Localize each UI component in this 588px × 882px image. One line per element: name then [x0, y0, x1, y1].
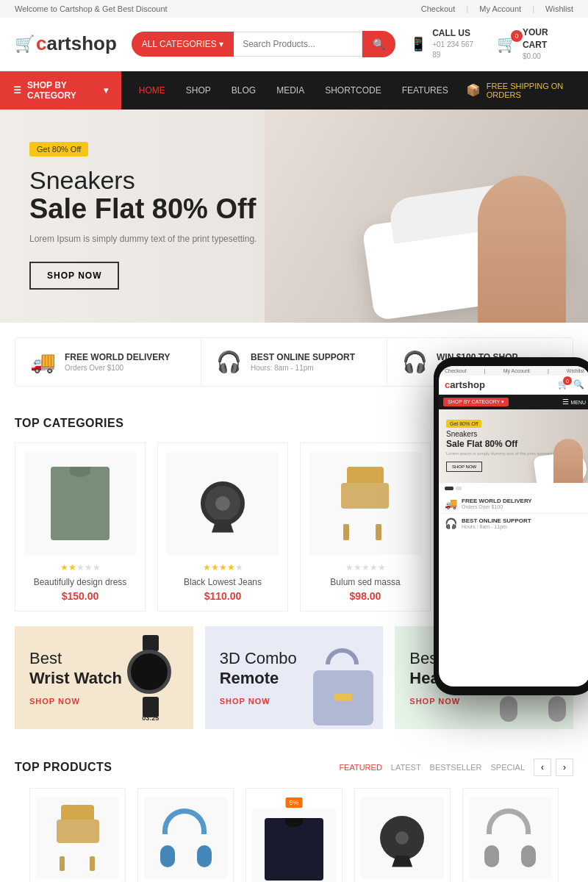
- product-stars: ★★★★★: [167, 562, 279, 573]
- top-bar-links: Checkout | My Account | Wishlist: [412, 4, 573, 13]
- categories-header: TOP CATEGORIES BOOKS NO: [15, 416, 573, 431]
- product-card-sm[interactable]: [29, 788, 126, 882]
- product-card-sm[interactable]: [137, 788, 234, 882]
- shop-by-category[interactable]: ☰ SHOP BY CATEGORY ▾: [0, 71, 121, 110]
- product-image-chair: [309, 452, 421, 555]
- next-arrow[interactable]: ›: [556, 759, 573, 776]
- tab-no[interactable]: NO: [562, 416, 574, 431]
- nav-shortcode[interactable]: SHORTCODE: [315, 76, 391, 104]
- hand-visual: [478, 176, 566, 323]
- search-button[interactable]: 🔍: [362, 31, 395, 57]
- checkout-link[interactable]: Checkout: [421, 4, 455, 13]
- filter-featured[interactable]: FEATURED: [339, 760, 381, 775]
- filter-bestseller[interactable]: BESTSELLER: [430, 760, 482, 775]
- product-image-tshirt: [452, 452, 564, 555]
- cart-logo-icon: 🛒: [15, 35, 35, 54]
- categories-tabs: BOOKS NO: [520, 416, 573, 431]
- nav-blog[interactable]: BLOG: [221, 76, 266, 104]
- support-icon: 🎧: [216, 350, 242, 374]
- product-price: $150.00: [24, 590, 136, 602]
- shipping-icon: 📦: [466, 83, 481, 97]
- delivery-icon: 🚚: [30, 350, 56, 374]
- category-dropdown[interactable]: ALL CATEGORIES ▾: [132, 32, 234, 57]
- hero-content: Get 80% Off Sneakers Sale Flat 80% Off L…: [29, 142, 257, 290]
- wishlist-link[interactable]: Wishlist: [545, 4, 573, 13]
- feature-delivery-sub: Orders Over $100: [65, 364, 171, 372]
- product-card-sm[interactable]: [354, 788, 451, 882]
- promo-watch: BestWrist Watch SHOP NOW 03:25: [15, 626, 193, 729]
- feature-delivery-title: FREE WORLD DELIVERY: [65, 352, 171, 362]
- promo-headphone: BestHeadphone SHOP NOW: [395, 626, 573, 729]
- chevron-down-icon: ▾: [104, 85, 108, 96]
- prev-arrow[interactable]: ‹: [534, 759, 551, 776]
- product-img-camera-ball: [361, 797, 444, 878]
- free-shipping-text: FREE SHIPPING ON ORDERS: [487, 82, 576, 99]
- phone-menu-icon: ☰ MENU: [562, 398, 586, 406]
- tab-books[interactable]: BOOKS: [520, 416, 549, 431]
- win-icon: 🎧: [402, 350, 428, 374]
- logo-c: c: [36, 32, 46, 55]
- product-stars: ★★★★★: [24, 562, 136, 573]
- filter-special[interactable]: SPECIAL: [491, 760, 525, 775]
- product-card-sm[interactable]: 5%: [245, 788, 342, 882]
- phone-icon: 📱: [410, 36, 426, 52]
- categories-products-grid: ★★★★★ Beautifully design dress $150.00 ★…: [15, 442, 573, 612]
- feature-support: 🎧 BEST ONLINE SUPPORT Hours: 8am - 11pm: [201, 338, 387, 386]
- nav-media[interactable]: MEDIA: [266, 76, 315, 104]
- filter-latest[interactable]: LATEST: [391, 760, 421, 775]
- my-account-link[interactable]: My Account: [479, 4, 521, 13]
- categories-title: TOP CATEGORIES: [15, 417, 123, 430]
- product-price: $98.00: [309, 590, 421, 602]
- phone-nav: SHOP BY CATEGORY ▾ ☰ MENU: [439, 395, 588, 409]
- cart-label: YOUR CART: [523, 26, 573, 51]
- top-bar: Welcome to Cartshop & Get Best Discount …: [0, 0, 588, 18]
- cart-badge: 0: [511, 30, 523, 42]
- free-shipping-banner: 📦 FREE SHIPPING ON ORDERS: [466, 82, 588, 99]
- feature-win-sub: Enter Now: [437, 364, 517, 372]
- feature-win-title: WIN $100 TO SHOP: [437, 352, 517, 362]
- hero-desc: Lorem Ipsum is simply dummy text of the …: [29, 234, 257, 244]
- product-img-headphone-gray: [469, 797, 552, 878]
- product-price: $110.00: [167, 590, 279, 602]
- product-img-shirt-dark: [252, 809, 335, 882]
- hero-cta-button[interactable]: SHOP NOW: [29, 262, 119, 290]
- feature-support-sub: Hours: 8am - 11pm: [251, 364, 355, 372]
- feature-win: 🎧 WIN $100 TO SHOP Enter Now: [387, 338, 573, 386]
- logo[interactable]: 🛒 cartshop: [15, 32, 117, 55]
- hero-image: [265, 110, 588, 323]
- product-card-sm[interactable]: [462, 788, 559, 882]
- hero-title: Sneakers Sale Flat 80% Off: [29, 167, 257, 225]
- headphone-visual: [496, 652, 570, 725]
- search-input[interactable]: [234, 32, 362, 57]
- nav-home[interactable]: HOME: [129, 76, 176, 104]
- cart-amount: $0.00: [523, 52, 541, 60]
- nav-bar: ☰ SHOP BY CATEGORY ▾ HOME SHOP BLOG MEDI…: [0, 71, 588, 110]
- phone-shop-cat: SHOP BY CATEGORY ▾: [443, 398, 509, 406]
- promo-banners: BestWrist Watch SHOP NOW 03:25 3D ComboR…: [15, 626, 573, 729]
- product-stars: ★★★★★: [452, 562, 564, 573]
- top-products-header: TOP PRODUCTS FEATURED LATEST BESTSELLER …: [15, 759, 573, 776]
- product-price: $80.00: [452, 590, 564, 602]
- nav-features[interactable]: FEATURES: [392, 76, 459, 104]
- hero-badge: Get 80% Off: [29, 142, 88, 157]
- features-strip: 🚚 FREE WORLD DELIVERY Orders Over $100 🎧…: [15, 337, 573, 387]
- top-categories-section: TOP CATEGORIES BOOKS NO ★★★★★ Beautifull…: [0, 401, 588, 626]
- product-image-shirt: [24, 452, 136, 555]
- logo-text: artshop: [46, 32, 116, 55]
- product-name: Bulum sed massa: [309, 577, 421, 587]
- cart-icon-wrap: 🛒 0: [497, 35, 517, 54]
- nav-arrows: ‹ ›: [534, 759, 573, 776]
- product-card[interactable]: ★★★★★ Black Lowest Jeans $110.00: [157, 442, 288, 612]
- product-name: Beautifully design dress: [24, 577, 136, 587]
- product-card[interactable]: ★★★★★ Cras eget d... $80.00: [442, 442, 573, 612]
- product-img-headphones-blue: [144, 797, 227, 878]
- shop-by-cat-label: SHOP BY CATEGORY: [27, 80, 98, 101]
- cart-area[interactable]: 🛒 0 YOUR CART $0.00: [497, 26, 573, 62]
- nav-links: HOME SHOP BLOG MEDIA SHORTCODE FEATURES: [121, 76, 466, 104]
- promo-bag: 3D ComboRemote SHOP NOW: [205, 626, 384, 729]
- welcome-text: Welcome to Cartshop & Get Best Discount: [15, 4, 168, 13]
- product-card[interactable]: ★★★★★ Bulum sed massa $98.00: [300, 442, 431, 612]
- nav-shop[interactable]: SHOP: [176, 76, 221, 104]
- watch-visual: 03:25: [114, 635, 187, 723]
- product-card[interactable]: ★★★★★ Beautifully design dress $150.00: [15, 442, 146, 612]
